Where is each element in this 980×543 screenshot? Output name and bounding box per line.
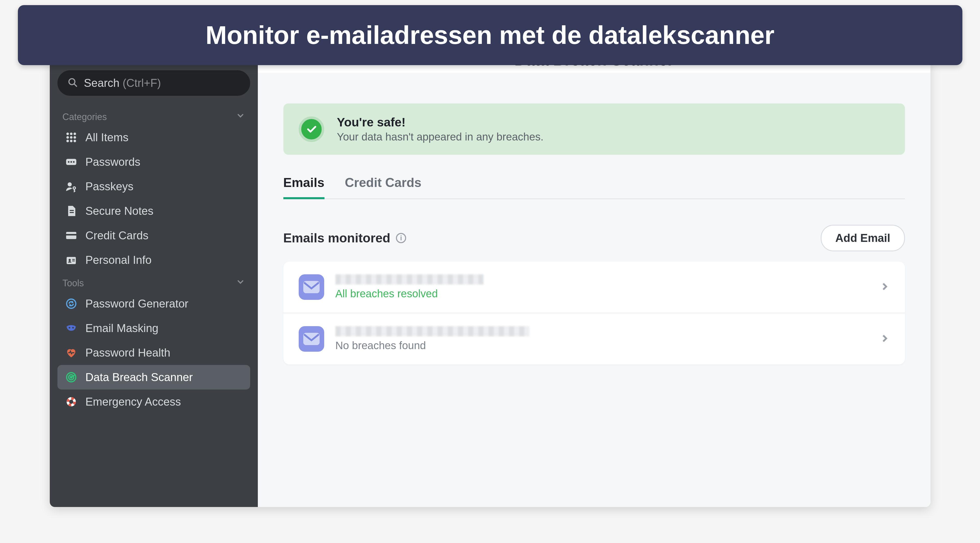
list-title: Emails monitored [283, 231, 391, 245]
svg-point-8 [66, 140, 69, 142]
overlay-banner: Monitor e-mailadressen met de dataleksca… [18, 5, 963, 65]
generator-icon [65, 297, 78, 311]
radar-icon [65, 371, 78, 384]
alert-subtitle: Your data hasn't appeared in any breache… [337, 131, 544, 143]
sidebar-item-label: Personal Info [86, 254, 152, 266]
svg-point-5 [66, 136, 69, 139]
card-icon [65, 229, 78, 242]
svg-line-1 [74, 84, 76, 86]
svg-rect-24 [72, 261, 75, 261]
email-status: No breaches found [336, 339, 868, 352]
sidebar-item-password-generator[interactable]: Password Generator [57, 291, 250, 316]
check-circle-icon [299, 116, 324, 142]
section-header-categories[interactable]: Categories [57, 106, 250, 125]
banner-text: Monitor e-mailadressen met de dataleksca… [205, 21, 775, 49]
svg-point-10 [73, 140, 76, 142]
app-window: Search (Ctrl+F) Categories All Items Pas… [50, 60, 931, 507]
sidebar-item-label: All Items [86, 131, 129, 144]
svg-point-7 [73, 136, 76, 139]
safe-alert-card: You're safe! Your data hasn't appeared i… [283, 104, 905, 155]
chevron-down-icon [236, 111, 245, 123]
svg-point-22 [68, 259, 71, 261]
sidebar-item-label: Email Masking [86, 322, 159, 334]
svg-rect-20 [66, 234, 76, 236]
sidebar-item-credit-cards[interactable]: Credit Cards [57, 223, 250, 248]
chevron-down-icon [236, 277, 245, 289]
sidebar-item-passkeys[interactable]: Passkeys [57, 174, 250, 199]
email-row[interactable]: All breaches resolved [283, 261, 905, 314]
sidebar-item-secure-notes[interactable]: Secure Notes [57, 199, 250, 223]
svg-point-27 [72, 327, 73, 328]
svg-point-14 [73, 161, 74, 163]
svg-point-3 [70, 132, 73, 135]
mail-icon [299, 274, 324, 300]
sidebar-item-label: Passwords [86, 156, 140, 168]
section-label: Categories [62, 111, 107, 123]
sidebar-item-label: Passkeys [86, 180, 134, 193]
svg-point-9 [70, 140, 73, 142]
mail-icon [299, 326, 324, 352]
tab-label: Emails [283, 175, 325, 190]
email-row[interactable]: No breaches found [283, 314, 905, 365]
note-icon [65, 204, 78, 218]
chevron-right-icon [880, 282, 889, 293]
button-label: Add Email [835, 232, 890, 244]
password-icon [65, 155, 78, 169]
sidebar-item-label: Credit Cards [86, 229, 149, 242]
sidebar-item-personal-info[interactable]: Personal Info [57, 248, 250, 272]
sidebar-item-label: Password Health [86, 346, 170, 359]
tab-label: Credit Cards [345, 175, 422, 190]
search-icon [68, 77, 78, 89]
sidebar-item-data-breach-scanner[interactable]: Data Breach Scanner [57, 365, 250, 390]
tab-credit-cards[interactable]: Credit Cards [345, 175, 422, 199]
svg-rect-18 [70, 212, 74, 213]
email-status: All breaches resolved [336, 288, 868, 300]
sidebar: Search (Ctrl+F) Categories All Items Pas… [50, 60, 258, 507]
svg-point-4 [73, 132, 76, 135]
svg-point-16 [73, 187, 75, 189]
sidebar-item-label: Emergency Access [86, 395, 181, 408]
svg-point-13 [70, 161, 72, 163]
health-icon [65, 346, 78, 359]
svg-point-2 [66, 132, 69, 135]
svg-rect-23 [72, 259, 75, 260]
svg-point-15 [68, 182, 72, 186]
tab-emails[interactable]: Emails [283, 175, 325, 199]
svg-point-26 [68, 327, 70, 328]
chevron-right-icon [880, 333, 889, 344]
svg-point-25 [67, 299, 76, 308]
mask-icon [65, 322, 78, 335]
section-label: Tools [62, 278, 84, 288]
id-icon [65, 253, 78, 267]
tabs: Emails Credit Cards [283, 175, 905, 199]
passkey-icon [65, 180, 78, 193]
svg-rect-17 [70, 210, 74, 211]
redacted-email [336, 326, 530, 336]
sidebar-item-all-items[interactable]: All Items [57, 125, 250, 150]
email-list: All breaches resolved No breaches found [283, 261, 905, 365]
list-header: Emails monitored i Add Email [283, 225, 905, 251]
info-icon[interactable]: i [396, 233, 406, 243]
redacted-email [336, 274, 484, 285]
svg-point-6 [70, 136, 73, 139]
search-input[interactable]: Search (Ctrl+F) [57, 70, 250, 96]
alert-title: You're safe! [337, 115, 544, 129]
section-header-tools[interactable]: Tools [57, 272, 250, 291]
sidebar-item-label: Secure Notes [86, 205, 154, 217]
svg-point-12 [68, 161, 69, 163]
main-panel: Data Breach Scanner You're safe! Your da… [258, 60, 931, 507]
sidebar-item-passwords[interactable]: Passwords [57, 150, 250, 174]
sidebar-item-label: Data Breach Scanner [86, 371, 193, 384]
lifebuoy-icon [65, 395, 78, 408]
sidebar-item-emergency-access[interactable]: Emergency Access [57, 390, 250, 414]
sidebar-item-password-health[interactable]: Password Health [57, 341, 250, 365]
grid-icon [65, 131, 78, 144]
sidebar-item-email-masking[interactable]: Email Masking [57, 316, 250, 341]
search-label: Search (Ctrl+F) [84, 76, 161, 89]
add-email-button[interactable]: Add Email [821, 225, 905, 251]
sidebar-item-label: Password Generator [86, 297, 189, 310]
